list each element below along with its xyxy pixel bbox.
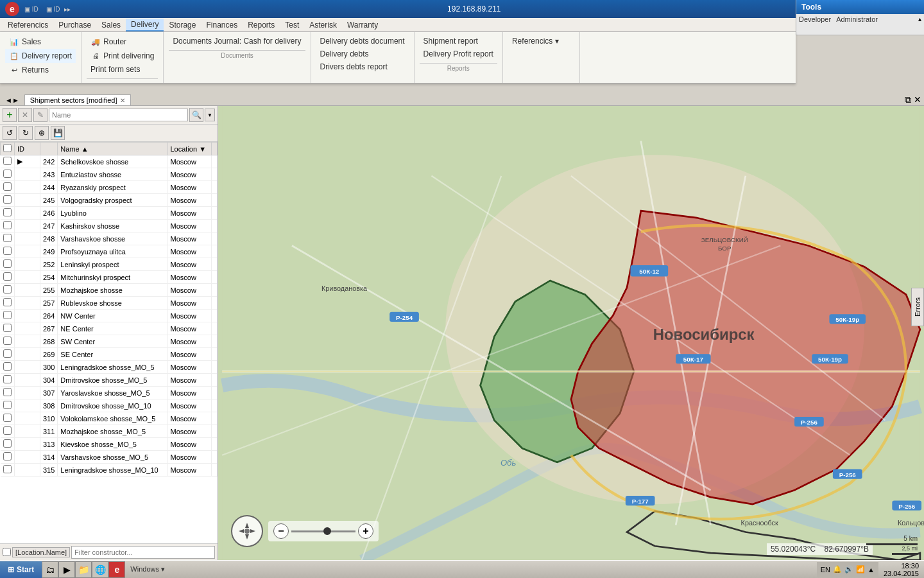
taskbar-folder-icon[interactable]: 📁 (75, 561, 92, 578)
start-button[interactable]: ⊞ Start (0, 561, 42, 578)
row-checkbox[interactable] (3, 439, 12, 448)
table-row[interactable]: 254 Mitchurinskyi prospect Moscow (1, 271, 218, 284)
taskbar-explorer-icon[interactable]: 🗂 (42, 561, 58, 578)
row-checkbox[interactable] (3, 182, 12, 191)
col-id[interactable]: ID (15, 143, 40, 155)
table-row[interactable]: 268 SW Center Moscow (1, 335, 218, 348)
developer-button[interactable]: Developer (799, 15, 831, 23)
row-checkbox[interactable] (3, 221, 12, 229)
administrator-button[interactable]: Administrator (836, 15, 878, 23)
map-tool-save[interactable]: 💾 (51, 126, 65, 140)
map-tool-1[interactable]: ↺ (3, 126, 17, 140)
map-tool-3[interactable]: ⊕ (35, 126, 49, 140)
lang-indicator[interactable]: EN (821, 566, 830, 574)
print-form-sets-item[interactable]: Print form sets (87, 63, 158, 76)
tools-collapse[interactable]: ▴ (918, 15, 921, 23)
row-checkbox[interactable] (3, 349, 12, 358)
add-button[interactable]: + (3, 108, 17, 122)
row-checkbox[interactable] (3, 259, 12, 268)
col-name[interactable]: Name ▲ (58, 143, 167, 155)
row-checkbox[interactable] (3, 452, 12, 460)
tray-arrow[interactable]: ▲ (868, 566, 875, 574)
drivers-debts-item[interactable]: Drivers debts report (316, 60, 409, 73)
edit-button[interactable]: ✎ (33, 108, 47, 122)
sales-item[interactable]: 📊 Sales (5, 35, 76, 49)
table-row[interactable]: 304 Dmitrovskoe shosse_MO_5 Moscow (1, 374, 218, 387)
row-checkbox[interactable] (3, 414, 12, 422)
delivery-debts-doc-item[interactable]: Delivery debts document (316, 35, 409, 48)
nav-circle[interactable] (231, 515, 263, 547)
table-row[interactable]: 264 NW Center Moscow (1, 310, 218, 322)
returns-item[interactable]: ↩ Returns (5, 63, 76, 77)
menu-sales[interactable]: Sales (96, 19, 126, 31)
menu-asterisk[interactable]: Asterisk (304, 19, 342, 31)
row-checkbox[interactable] (3, 298, 12, 306)
table-row[interactable]: 267 NE Center Moscow (1, 322, 218, 335)
tab-close-icon[interactable]: ✕ (120, 97, 125, 104)
shipment-report-item[interactable]: Shipment report (420, 35, 497, 48)
row-checkbox[interactable] (3, 234, 12, 242)
menu-test[interactable]: Test (280, 19, 304, 31)
delivery-report-item[interactable]: 📋 Delivery report (5, 49, 76, 63)
table-row[interactable]: 255 Mozhajskoe shosse Moscow (1, 284, 218, 297)
table-row[interactable]: 269 SE Center Moscow (1, 348, 218, 361)
taskbar-cmd-icon[interactable]: ▶ (58, 561, 75, 578)
menu-storage[interactable]: Storage (164, 19, 201, 31)
zoom-out-button[interactable]: − (273, 523, 289, 539)
filter-constructor-input[interactable] (71, 546, 215, 559)
zoom-in-button[interactable]: + (358, 523, 373, 539)
table-row[interactable]: 246 Lyublino Moscow (1, 207, 218, 220)
table-row[interactable]: 243 Entuziastov shosse Moscow (1, 168, 218, 181)
table-row[interactable]: 244 Ryazanskiy prospect Moscow (1, 181, 218, 194)
row-checkbox[interactable] (3, 362, 12, 371)
table-row[interactable]: 300 Leningradskoe shosse_MO_5 Moscow (1, 361, 218, 374)
table-row[interactable]: 245 Volgogradsky prospect Moscow (1, 194, 218, 207)
table-row[interactable]: 308 Dmitrovskoe shosse_MO_10 Moscow (1, 399, 218, 412)
menu-warranty[interactable]: Warranty (342, 19, 383, 31)
menu-purchase[interactable]: Purchase (53, 19, 96, 31)
row-checkbox[interactable] (3, 426, 12, 435)
row-checkbox[interactable] (3, 285, 12, 293)
search-input[interactable] (49, 109, 188, 121)
table-row[interactable]: 247 Kashirskov shosse Moscow (1, 220, 218, 232)
table-row[interactable]: 257 Rublevskoe shosse Moscow (1, 297, 218, 310)
row-checkbox[interactable] (3, 247, 12, 255)
table-row[interactable]: 311 Mozhajskoe shosse_MO_5 Moscow (1, 425, 218, 438)
row-checkbox[interactable] (3, 465, 12, 473)
row-checkbox[interactable] (3, 272, 12, 281)
filter-checkbox[interactable] (3, 548, 11, 556)
row-checkbox[interactable] (3, 324, 12, 332)
table-row[interactable]: 307 Yaroslavskoe shosse_MO_5 Moscow (1, 387, 218, 399)
shipment-sectors-tab[interactable]: Shipment sectors [modified] ✕ (24, 94, 131, 105)
tab-nav-right[interactable]: ► (12, 96, 19, 104)
table-row[interactable]: 310 Volokolamskoe shosse_MO_5 Moscow (1, 412, 218, 425)
table-row[interactable]: 314 Varshavskoe shosse_MO_5 Moscow (1, 451, 218, 464)
row-checkbox[interactable] (3, 311, 12, 319)
col-location[interactable]: Location ▼ (167, 143, 212, 155)
zoom-track[interactable] (291, 530, 355, 532)
filter-dropdown-arrow[interactable]: ▼ (205, 109, 215, 121)
window-restore-icon[interactable]: ⧉ (905, 94, 911, 105)
errors-tab[interactable]: Errors (911, 288, 924, 326)
map-area[interactable]: 50К-12 Р-254 50К-19р 50К-19р 50К-17 50К-… (218, 106, 924, 560)
search-button[interactable]: 🔍 (189, 108, 203, 122)
menu-referencics[interactable]: Referencics (3, 19, 53, 31)
menu-reports[interactable]: Reports (243, 19, 280, 31)
referencics-item[interactable]: Referencics ▾ (508, 35, 574, 48)
table-row[interactable]: ▶ 242 Schelkovskoe shosse Moscow (1, 155, 218, 168)
row-checkbox[interactable] (3, 401, 12, 409)
row-checkbox[interactable] (3, 337, 12, 345)
menu-delivery[interactable]: Delivery (126, 19, 164, 31)
delete-button[interactable]: ✕ (18, 108, 32, 122)
delivery-debts-item[interactable]: Delivery debts (316, 48, 409, 60)
row-checkbox[interactable] (3, 208, 12, 216)
window-close-icon[interactable]: ✕ (914, 94, 921, 105)
tab-nav-left[interactable]: ◄ (5, 96, 12, 104)
print-delivering-item[interactable]: 🖨 Print delivering (87, 49, 158, 63)
row-checkbox[interactable] (3, 388, 12, 396)
row-checkbox[interactable] (3, 157, 12, 165)
table-row[interactable]: 248 Varshavskoe shosse Moscow (1, 232, 218, 245)
taskbar-chrome-icon[interactable]: 🌐 (92, 561, 108, 578)
select-all-checkbox[interactable] (3, 144, 12, 152)
taskbar-app-icon[interactable]: e (108, 561, 125, 578)
